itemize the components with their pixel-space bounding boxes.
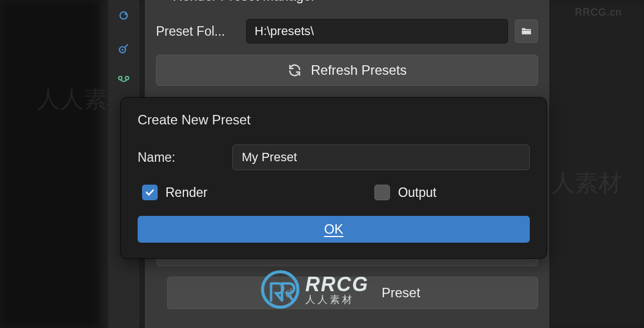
render-checkbox[interactable] [142,185,158,200]
svg-point-5 [125,76,129,80]
lower-preset-label: Preset [382,285,420,301]
name-label: Name: [138,150,221,165]
preset-folder-row: Preset Fol... H:\presets\ [156,19,538,44]
preset-folder-value: H:\presets\ [255,24,314,38]
watermark-url: RRCG.cn [575,7,622,18]
preset-folder-field[interactable]: H:\presets\ [246,19,508,44]
output-label: Output [398,185,436,200]
render-checkbox-group: Render [142,185,207,200]
watermark-logo: RRCG 人人素材 [261,270,369,309]
checkbox-row: Render Output [140,185,530,200]
panel-header[interactable]: Render Preset Manager ⋯ [156,0,538,6]
refresh-icon [287,63,302,78]
svg-point-4 [119,76,122,80]
logo-icon [261,270,300,309]
create-preset-dialog: Create New Preset Name: Render Output OK [120,97,547,259]
svg-point-3 [121,49,123,51]
browse-folder-button[interactable] [515,20,538,43]
dialog-title: Create New Preset [138,112,530,128]
refresh-presets-button[interactable]: Refresh Presets [156,55,538,86]
panel-menu-icon[interactable]: ⋯ [525,0,538,4]
preset-folder-label: Preset Fol... [156,24,240,39]
svg-point-1 [125,13,126,15]
render-tab-icon[interactable] [114,8,133,27]
logo-brand: RRCG [305,274,369,295]
svg-point-0 [120,12,128,19]
ok-button[interactable]: OK [138,216,530,243]
svg-point-6 [262,272,297,307]
name-input[interactable] [232,144,530,170]
refresh-label: Refresh Presets [311,62,407,78]
addon-tab-icon[interactable] [114,70,133,89]
output-checkbox-group: Output [374,185,436,200]
name-row: Name: [138,144,530,170]
logo-sub: 人人素材 [305,295,369,305]
render-label: Render [165,185,207,200]
output-checkbox[interactable] [374,185,390,200]
panel-title: Render Preset Manager [173,0,538,4]
output-tab-icon[interactable] [114,39,133,58]
